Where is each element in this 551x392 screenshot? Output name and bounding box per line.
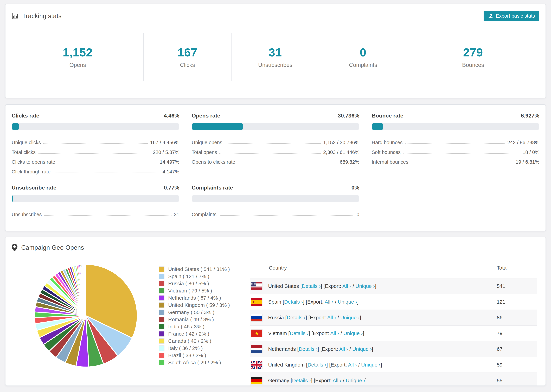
geo-row-germany: Germany [Details ›] [Export: All › / Uni… [250,372,537,386]
legend-item-germany: Germany ( 55 / 3% ) [159,309,250,316]
legend-label: India ( 46 / 3% ) [168,324,205,329]
stat-value: 279 [463,46,483,59]
details-link-russia[interactable]: Details › [287,315,305,320]
export-all-link-germany[interactable]: All › [333,378,342,383]
stat-complaints: 0Complaints [319,33,407,81]
metric-row: Hard bounces242 / 86.738% [372,136,539,145]
geo-row-russia: Russia [Details ›] [Export: All › / Uniq… [250,309,537,325]
stat-value: 31 [269,46,282,59]
country-name: Russia [268,315,284,320]
export-all-link-united-kingdom[interactable]: All › [348,362,357,368]
stat-clicks: 167Clicks [144,33,232,81]
export-unique-link-netherlands[interactable]: Unique › [352,346,372,352]
details-link-germany[interactable]: Details › [292,378,311,383]
export-basic-stats-button[interactable]: Export basic stats [484,11,539,21]
country-name: United Kingdom [268,362,304,368]
legend-swatch [159,317,164,322]
metric-row: Unique clicks167 / 4.456% [12,136,179,145]
legend-item-vietnam: Vietnam ( 79 / 5% ) [159,287,250,294]
stat-unsubscribes: 31Unsubscribes [232,33,319,81]
tracking-stats-header: Tracking stats Export basic stats [12,4,539,27]
export-unique-link-united-kingdom[interactable]: Unique › [361,362,381,368]
tracking-stats-card: Tracking stats Export basic stats 1,152O… [5,4,546,98]
legend-swatch [159,345,164,351]
metric-value: 242 / 86.738% [507,140,539,145]
geo-table-header: Country Total [250,257,537,278]
legend-item-russia: Russia ( 86 / 5% ) [159,280,250,287]
progress-bar [192,195,359,202]
geo-row-united-kingdom: United Kingdom [Details ›] [Export: All … [250,357,537,372]
export-unique-link-vietnam[interactable]: Unique › [343,330,363,336]
stat-label: Opens [69,62,86,68]
rate-title: Unsubscribe rate [12,185,56,191]
details-link-united-kingdom[interactable]: Details › [308,362,326,368]
dotted-leader [58,163,157,163]
legend-item-romania: Romania ( 49 / 3% ) [159,316,250,323]
country-total: 121 [497,299,537,305]
rate-title: Clicks rate [12,112,39,119]
export-all-link-vietnam[interactable]: All › [330,330,339,336]
country-name: Germany [268,378,289,383]
rate-title: Opens rate [192,112,220,119]
metric-row: Opens to clicks rate689.82% [192,155,359,165]
legend-label: United States ( 541 / 31% ) [168,266,230,272]
flag-de-icon [251,377,262,384]
country-name: United States [268,283,299,289]
stat-label: Clicks [180,62,195,68]
metric-label: Total clicks [12,149,35,155]
legend-item-italy: Italy ( 36 / 2% ) [159,345,250,352]
export-icon [488,14,493,19]
geo-opens-header: Campaign Geo Opens [12,237,539,257]
metric-label: Opens to clicks rate [192,159,235,165]
export-all-link-russia[interactable]: All › [327,315,336,320]
stat-value: 1,152 [63,46,92,59]
metric-row: Unique opens1,152 / 30.736% [192,136,359,145]
flag-es-icon [251,298,262,306]
dotted-leader [403,153,520,154]
metric-label: Unique opens [192,140,222,145]
export-unique-link-russia[interactable]: Unique › [340,315,360,320]
metric-label: Complaints [192,212,216,217]
metric-value: 19 / 6.81% [516,159,539,165]
metric-row: Total clicks220 / 5.87% [12,145,179,155]
export-all-link-netherlands[interactable]: All › [339,346,348,352]
metric-label: Clicks to opens rate [12,159,55,165]
metric-label: Hard bounces [372,140,403,145]
geo-row-united-states: United States [Details ›] [Export: All ›… [250,278,537,294]
metric-label: Total opens [192,149,217,155]
metric-value: 31 [174,212,179,217]
export-button-label: Export basic stats [496,13,535,19]
legend-swatch [159,309,164,315]
rate-title: Complaints rate [192,185,233,191]
geo-row-vietnam: Vietnam [Details ›] [Export: All › / Uni… [250,325,537,341]
summary-stats-box: 1,152Opens167Clicks31Unsubscribes0Compla… [12,33,539,81]
total-column-header: Total [497,265,508,271]
export-unique-link-spain[interactable]: Unique › [338,299,357,305]
geo-table-body: United States [Details ›] [Export: All ›… [250,278,537,386]
metric-label: Unsubscribes [12,212,42,217]
export-unique-link-united-states[interactable]: Unique › [355,283,375,289]
metric-row: Click through rate4.147% [12,165,179,175]
map-pin-icon [12,244,17,252]
dotted-leader [44,215,171,216]
pie-svg [32,262,140,370]
details-link-netherlands[interactable]: Details › [299,346,318,352]
details-link-spain[interactable]: Details › [284,299,303,305]
progress-bar-fill [372,123,383,130]
details-link-united-states[interactable]: Details › [302,283,321,289]
export-all-link-spain[interactable]: All › [325,299,333,305]
stat-label: Bounces [462,62,484,68]
rate-block-opens-rate: Opens rate30.736%Unique opens1,152 / 30.… [192,112,359,175]
metric-row: Total opens2,303 / 61.446% [192,145,359,155]
legend-item-united-states: United States ( 541 / 31% ) [159,266,250,273]
export-unique-link-germany[interactable]: Unique › [346,378,365,383]
legend-item-united-kingdom: United Kingdom ( 59 / 3% ) [159,301,250,309]
dotted-leader [238,163,338,163]
bar-chart-icon [12,13,19,20]
country-total: 86 [497,315,537,321]
details-link-vietnam[interactable]: Details › [290,330,309,336]
dotted-leader [225,143,321,144]
metric-row: Internal bounces19 / 6.81% [372,155,539,165]
metric-value: 689.82% [340,159,360,165]
export-all-link-united-states[interactable]: All › [342,283,351,289]
